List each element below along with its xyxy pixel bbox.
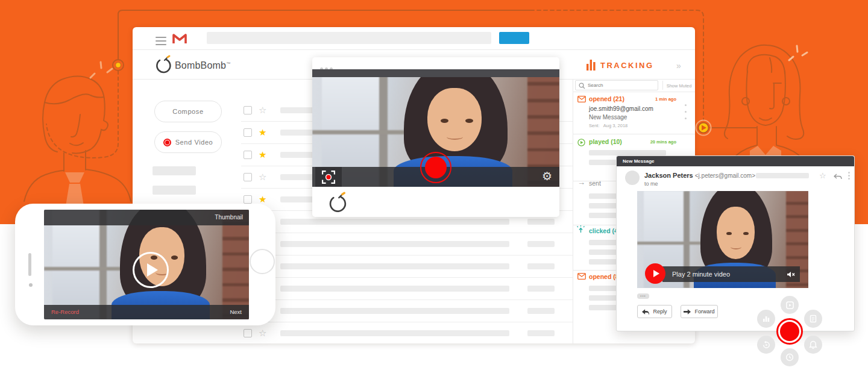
sender-name: Jackson Peters xyxy=(644,172,693,179)
reply-arrow-icon xyxy=(642,309,649,315)
email-row[interactable]: ☆ xyxy=(238,322,573,343)
analytics-option-icon[interactable] xyxy=(757,310,775,328)
star-icon[interactable]: ☆ xyxy=(259,327,266,339)
sent-date-line: Sent: Aug 3, 2018 xyxy=(589,123,627,128)
tracking-section-played-10[interactable]: played (10) xyxy=(589,138,622,145)
checkbox[interactable] xyxy=(244,128,252,137)
forward-arrow-icon xyxy=(684,309,691,315)
tracking-section-opened-21[interactable]: opened (21) xyxy=(589,95,624,102)
document-option-icon[interactable] xyxy=(804,310,822,328)
mute-icon[interactable] xyxy=(787,271,795,278)
opened-time: 1 min ago xyxy=(640,96,676,102)
star-icon[interactable]: ☆ xyxy=(259,171,266,183)
reply-label: Reply xyxy=(653,309,667,315)
tracking-section-sent[interactable]: sent xyxy=(589,180,601,187)
sender-email: <j.peters@gmail.com> xyxy=(695,172,755,179)
next-button[interactable]: Next xyxy=(230,305,242,319)
replay-option-icon[interactable] xyxy=(757,336,775,354)
checkbox[interactable] xyxy=(244,106,252,114)
marketing-scene: BombBomb™ Compose Send Video ☆ ★ ★ ☆ ★ ☆… xyxy=(0,0,868,376)
played-icon xyxy=(577,139,585,146)
tracking-title: TRACKING xyxy=(600,61,654,70)
phone-video-top-bar: Thumbnail xyxy=(44,210,249,225)
played-time: 20 mins ago xyxy=(640,139,676,145)
reply-button[interactable]: Reply xyxy=(637,305,672,318)
play-button[interactable] xyxy=(133,252,169,288)
record-video-button[interactable] xyxy=(776,318,803,345)
subject-placeholder-bar xyxy=(756,173,809,178)
tracked-email-address[interactable]: joe.smith99@gmail.com xyxy=(589,105,653,112)
email-row[interactable]: ☆ xyxy=(238,233,573,255)
more-options-icon[interactable] xyxy=(848,172,850,184)
avatar xyxy=(625,171,640,185)
notification-bell-icon[interactable] xyxy=(804,336,822,354)
preview-top-bar xyxy=(312,69,559,77)
star-icon[interactable]: ☆ xyxy=(259,104,266,116)
bombbomb-bomb-icon xyxy=(327,192,348,213)
email-message-window: New Message Jackson Peters <j.peters@gma… xyxy=(616,155,855,331)
trimmed-content-icon[interactable]: ••• xyxy=(637,293,649,299)
thumbnail-frame-button[interactable] xyxy=(315,167,342,187)
phone-mockup: Thumbnail Re-Record Next xyxy=(15,204,275,325)
recipient-label[interactable]: to me xyxy=(644,181,658,187)
record-button[interactable] xyxy=(420,152,451,183)
schedule-clock-icon[interactable] xyxy=(781,348,799,366)
video-option-icon[interactable] xyxy=(781,296,799,314)
show-muted-toggle[interactable]: Show Muted xyxy=(663,83,695,89)
phone-video-bottom-bar: Re-Record Next xyxy=(44,305,249,319)
reply-icon[interactable] xyxy=(834,174,842,180)
forward-label: Forward xyxy=(694,309,714,315)
checkbox[interactable] xyxy=(244,173,252,181)
sender-line: Jackson Peters <j.peters@gmail.com> xyxy=(644,172,755,179)
checkbox[interactable] xyxy=(244,151,252,159)
phone-volume-button[interactable] xyxy=(28,253,31,276)
search-icon xyxy=(579,83,585,89)
clicked-icon xyxy=(576,225,585,234)
star-icon[interactable]: ★ xyxy=(259,149,266,161)
opened-envelope-icon xyxy=(577,96,586,102)
tracked-subject[interactable]: New Message xyxy=(589,114,627,121)
star-icon[interactable]: ★ xyxy=(259,127,266,139)
video-label-bar: Play 2 minute video xyxy=(662,266,800,282)
tracking-section-clicked-4[interactable]: clicked (4) xyxy=(589,227,620,234)
opened-envelope-icon xyxy=(577,273,586,280)
star-icon[interactable]: ☆ xyxy=(819,171,826,180)
phone-mute-switch[interactable] xyxy=(29,283,33,287)
play-button[interactable] xyxy=(645,263,665,284)
message-window-title: New Message xyxy=(623,158,654,164)
phone-screen: Thumbnail Re-Record Next xyxy=(44,210,249,319)
video-recorder-window: ⚙ xyxy=(312,57,559,217)
play-video-label: Play 2 minute video xyxy=(672,271,730,278)
checkbox[interactable] xyxy=(244,195,252,204)
sent-arrow-icon: → xyxy=(577,178,585,187)
settings-gear-icon[interactable]: ⚙ xyxy=(542,169,552,183)
message-window-titlebar[interactable]: New Message xyxy=(617,156,854,166)
checkbox[interactable] xyxy=(244,329,252,337)
email-row[interactable]: ☆ xyxy=(238,278,573,300)
tracking-chart-icon xyxy=(587,58,596,70)
email-row[interactable]: ☆ xyxy=(238,255,573,278)
rerecord-button[interactable]: Re-Record xyxy=(51,305,79,319)
more-options-icon[interactable] xyxy=(685,104,687,124)
thumbnail-button[interactable]: Thumbnail xyxy=(215,214,243,221)
tracking-search-input[interactable] xyxy=(575,80,658,90)
phone-home-button[interactable] xyxy=(250,249,275,274)
email-row[interactable]: ☆ xyxy=(238,300,573,322)
forward-button[interactable]: Forward xyxy=(681,305,718,318)
tracking-collapse-icon[interactable]: » xyxy=(676,61,680,70)
